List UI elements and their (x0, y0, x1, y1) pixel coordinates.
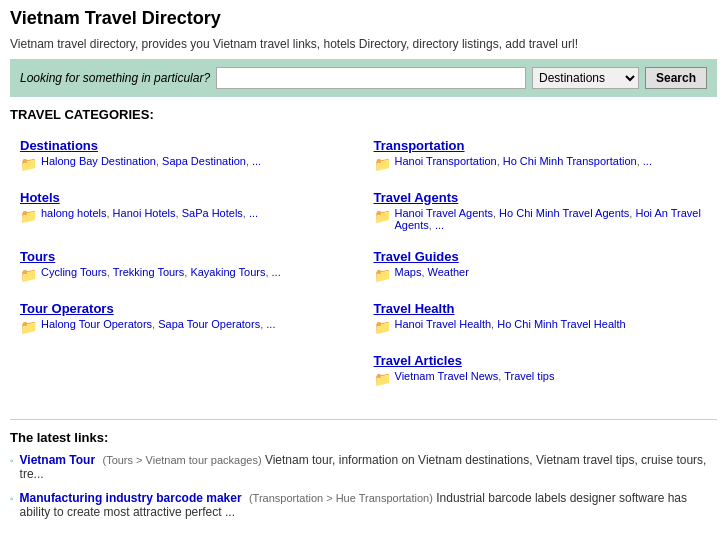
link-halong-destination[interactable]: Halong Bay Destination (41, 155, 156, 167)
link-hanoi-hotels[interactable]: Hanoi Hotels (113, 207, 176, 219)
folder-icon-tours: 📁 (20, 267, 37, 283)
folder-icon-destinations: 📁 (20, 156, 37, 172)
link-destinations-more[interactable]: ... (252, 155, 261, 167)
link-cycling-tours[interactable]: Cycling Tours (41, 266, 107, 278)
folder-icon-travel-articles: 📁 (374, 371, 391, 387)
category-title-destinations[interactable]: Destinations (20, 138, 98, 153)
category-links-tours: Cycling Tours, Trekking Tours, Kayaking … (41, 266, 281, 278)
page-description: Vietnam travel directory, provides you V… (10, 37, 717, 51)
link-path-vietnam-tour: (Tours > Vietnam tour packages) (102, 454, 261, 466)
category-travel-health: Travel Health 📁 Hanoi Travel Health, Ho … (364, 295, 718, 347)
folder-icon-hotels: 📁 (20, 208, 37, 224)
category-transportation: Transportation 📁 Hanoi Transportation, H… (364, 132, 718, 184)
page-title: Vietnam Travel Directory (10, 8, 717, 29)
link-sapa-destination[interactable]: Sapa Destination (162, 155, 246, 167)
search-label: Looking for something in particular? (20, 71, 210, 85)
latest-link-item-barcode: ◦ Manufacturing industry barcode maker (… (10, 491, 717, 519)
category-tours: Tours 📁 Cycling Tours, Trekking Tours, K… (10, 243, 364, 295)
link-hanoi-transportation[interactable]: Hanoi Transportation (395, 155, 497, 167)
link-title-vietnam-tour[interactable]: Vietnam Tour (20, 453, 96, 467)
search-input[interactable] (216, 67, 526, 89)
bullet-icon: ◦ (10, 455, 14, 466)
folder-icon-travel-agents: 📁 (374, 208, 391, 224)
search-dropdown[interactable]: Destinations Hotels Tours Transportation… (532, 67, 639, 89)
link-vietnam-news[interactable]: Vietnam Travel News (395, 370, 499, 382)
category-links-travel-guides: Maps, Weather (395, 266, 469, 278)
link-transportation-more[interactable]: ... (643, 155, 652, 167)
latest-link-item: ◦ Vietnam Tour (Tours > Vietnam tour pac… (10, 453, 717, 481)
category-links-travel-health: Hanoi Travel Health, Ho Chi Minh Travel … (395, 318, 626, 330)
category-links-travel-articles: Vietnam Travel News, Travel tips (395, 370, 555, 382)
category-links-tour-operators: Halong Tour Operators, Sapa Tour Operato… (41, 318, 275, 330)
link-hcm-health[interactable]: Ho Chi Minh Travel Health (497, 318, 625, 330)
link-path-barcode: (Transportation > Hue Transportation) (249, 492, 433, 504)
category-title-hotels[interactable]: Hotels (20, 190, 60, 205)
category-links-hotels: halong hotels, Hanoi Hotels, SaPa Hotels… (41, 207, 258, 219)
link-trekking-tours[interactable]: Trekking Tours (113, 266, 185, 278)
link-kayaking-tours[interactable]: Kayaking Tours (190, 266, 265, 278)
folder-icon-tour-operators: 📁 (20, 319, 37, 335)
category-links-destinations: Halong Bay Destination, Sapa Destination… (41, 155, 261, 167)
link-hanoi-health[interactable]: Hanoi Travel Health (395, 318, 492, 330)
link-tours-more[interactable]: ... (272, 266, 281, 278)
link-content-vietnam-tour: Vietnam Tour (Tours > Vietnam tour packa… (20, 453, 717, 481)
category-links-travel-agents: Hanoi Travel Agents, Ho Chi Minh Travel … (395, 207, 708, 231)
latest-links-section: The latest links: ◦ Vietnam Tour (Tours … (10, 419, 717, 519)
bullet-icon-2: ◦ (10, 493, 14, 504)
category-title-transportation[interactable]: Transportation (374, 138, 465, 153)
category-empty-left (10, 347, 364, 399)
folder-icon-travel-guides: 📁 (374, 267, 391, 283)
link-content-barcode: Manufacturing industry barcode maker (Tr… (20, 491, 717, 519)
category-travel-guides: Travel Guides 📁 Maps, Weather (364, 243, 718, 295)
folder-icon-transportation: 📁 (374, 156, 391, 172)
link-operators-more[interactable]: ... (266, 318, 275, 330)
category-tour-operators: Tour Operators 📁 Halong Tour Operators, … (10, 295, 364, 347)
link-maps[interactable]: Maps (395, 266, 422, 278)
link-weather[interactable]: Weather (428, 266, 469, 278)
category-title-tour-operators[interactable]: Tour Operators (20, 301, 114, 316)
link-halong-hotels[interactable]: halong hotels (41, 207, 106, 219)
category-hotels: Hotels 📁 halong hotels, Hanoi Hotels, Sa… (10, 184, 364, 243)
link-agents-more[interactable]: ... (435, 219, 444, 231)
link-hcm-agents[interactable]: Ho Chi Minh Travel Agents (499, 207, 629, 219)
categories-heading: TRAVEL CATEGORIES: (10, 107, 717, 122)
latest-links-heading: The latest links: (10, 430, 717, 445)
search-button[interactable]: Search (645, 67, 707, 89)
category-title-travel-articles[interactable]: Travel Articles (374, 353, 462, 368)
category-travel-agents: Travel Agents 📁 Hanoi Travel Agents, Ho … (364, 184, 718, 243)
link-sapa-hotels[interactable]: SaPa Hotels (182, 207, 243, 219)
categories-grid: Destinations 📁 Halong Bay Destination, S… (10, 132, 717, 399)
link-hotels-more[interactable]: ... (249, 207, 258, 219)
category-travel-articles: Travel Articles 📁 Vietnam Travel News, T… (364, 347, 718, 399)
search-bar: Looking for something in particular? Des… (10, 59, 717, 97)
link-travel-tips[interactable]: Travel tips (504, 370, 554, 382)
link-halong-operators[interactable]: Halong Tour Operators (41, 318, 152, 330)
category-title-travel-agents[interactable]: Travel Agents (374, 190, 459, 205)
link-title-barcode[interactable]: Manufacturing industry barcode maker (20, 491, 242, 505)
category-links-transportation: Hanoi Transportation, Ho Chi Minh Transp… (395, 155, 652, 167)
category-title-tours[interactable]: Tours (20, 249, 55, 264)
folder-icon-travel-health: 📁 (374, 319, 391, 335)
category-title-travel-health[interactable]: Travel Health (374, 301, 455, 316)
category-destinations: Destinations 📁 Halong Bay Destination, S… (10, 132, 364, 184)
category-title-travel-guides[interactable]: Travel Guides (374, 249, 459, 264)
link-sapa-operators[interactable]: Sapa Tour Operators (158, 318, 260, 330)
link-hanoi-agents[interactable]: Hanoi Travel Agents (395, 207, 493, 219)
link-hcm-transportation[interactable]: Ho Chi Minh Transportation (503, 155, 637, 167)
